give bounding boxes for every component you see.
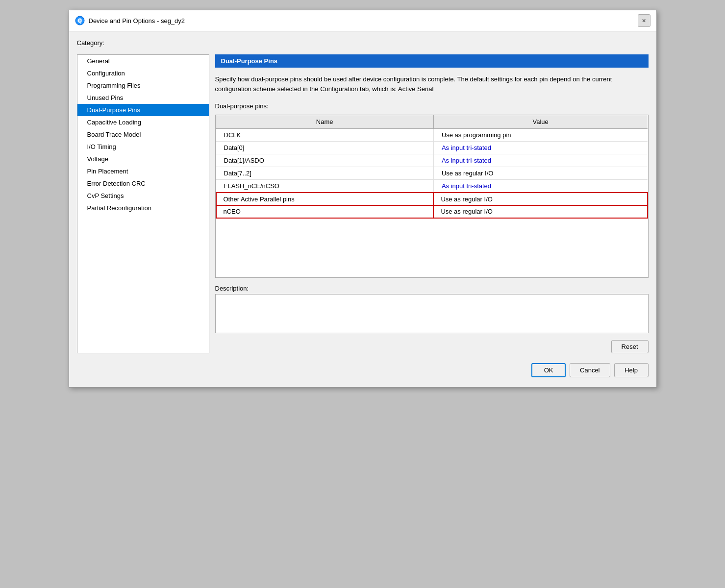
sidebar-item-configuration[interactable]: Configuration <box>77 67 209 79</box>
table-row[interactable]: Data[1]/ASDOAs input tri-stated <box>216 154 648 167</box>
title-bar-left: Q Device and Pin Options - seg_dy2 <box>75 16 185 25</box>
cancel-button[interactable]: Cancel <box>570 363 610 377</box>
sidebar-item-voltage[interactable]: Voltage <box>77 153 209 165</box>
pin-value-cell: Use as programming pin <box>433 129 647 142</box>
table-row[interactable]: Data[0]As input tri-stated <box>216 142 648 154</box>
title-bar: Q Device and Pin Options - seg_dy2 × <box>69 10 656 31</box>
pin-name-cell: DCLK <box>216 129 434 142</box>
sidebar-item-general[interactable]: General <box>77 55 209 67</box>
table-row[interactable]: Data[7..2]Use as regular I/O <box>216 167 648 180</box>
pin-value-cell: As input tri-stated <box>433 180 647 193</box>
sidebar-item-dual-purpose-pins[interactable]: Dual-Purpose Pins <box>77 104 209 116</box>
pins-table-container: Name Value DCLKUse as programming pinDat… <box>215 115 649 278</box>
dialog-window: Q Device and Pin Options - seg_dy2 × Cat… <box>69 10 657 388</box>
pin-name-cell: nCEO <box>216 205 434 218</box>
sidebar-item-io-timing[interactable]: I/O Timing <box>77 141 209 153</box>
pin-name-cell: FLASH_nCE/nCSO <box>216 180 434 193</box>
sidebar-item-programming-files[interactable]: Programming Files <box>77 79 209 92</box>
description-section: Description: <box>215 285 649 333</box>
table-row[interactable]: DCLKUse as programming pin <box>216 129 648 142</box>
reset-button[interactable]: Reset <box>611 340 649 353</box>
dialog-title: Device and Pin Options - seg_dy2 <box>89 17 185 24</box>
reset-area: Reset <box>215 340 649 353</box>
sidebar-item-board-trace-model[interactable]: Board Trace Model <box>77 128 209 141</box>
pin-name-cell: Other Active Parallel pins <box>216 193 434 205</box>
col-value-header: Value <box>433 115 647 129</box>
pin-value-cell: Use as regular I/O <box>433 205 647 218</box>
pin-name-cell: Data[7..2] <box>216 167 434 180</box>
close-button[interactable]: × <box>638 14 650 27</box>
sidebar-item-unused-pins[interactable]: Unused Pins <box>77 92 209 104</box>
description-text: Specify how dual-purpose pins should be … <box>215 73 649 96</box>
pin-name-cell: Data[0] <box>216 142 434 154</box>
section-header: Dual-Purpose Pins <box>215 54 649 68</box>
content-panel: Dual-Purpose Pins Specify how dual-purpo… <box>215 54 649 353</box>
pin-name-cell: Data[1]/ASDO <box>216 154 434 167</box>
sidebar-item-capacitive-loading[interactable]: Capacitive Loading <box>77 116 209 128</box>
col-name-header: Name <box>216 115 434 129</box>
sidebar-item-cvp-settings[interactable]: CvP Settings <box>77 190 209 202</box>
sidebar-item-pin-placement[interactable]: Pin Placement <box>77 165 209 177</box>
category-label: Category: <box>77 39 649 47</box>
sidebar: GeneralConfigurationProgramming FilesUnu… <box>77 54 209 353</box>
ok-button[interactable]: OK <box>531 363 566 377</box>
bottom-buttons: OK Cancel Help <box>77 359 649 379</box>
sidebar-item-error-detection-crc[interactable]: Error Detection CRC <box>77 177 209 190</box>
pins-label: Dual-purpose pins: <box>215 102 649 110</box>
table-empty-space <box>216 219 648 277</box>
table-row[interactable]: nCEOUse as regular I/O <box>216 205 648 218</box>
table-row[interactable]: Other Active Parallel pinsUse as regular… <box>216 193 648 205</box>
help-button[interactable]: Help <box>614 363 649 377</box>
sidebar-item-partial-reconfiguration[interactable]: Partial Reconfiguration <box>77 202 209 214</box>
description-label: Description: <box>215 285 649 292</box>
main-content: GeneralConfigurationProgramming FilesUnu… <box>77 54 649 353</box>
dialog-body: Category: GeneralConfigurationProgrammin… <box>69 31 656 387</box>
pin-value-cell: Use as regular I/O <box>433 167 647 180</box>
pin-value-cell: Use as regular I/O <box>433 193 647 205</box>
pin-value-cell: As input tri-stated <box>433 142 647 154</box>
table-row[interactable]: FLASH_nCE/nCSOAs input tri-stated <box>216 180 648 193</box>
svg-text:Q: Q <box>78 18 82 24</box>
pins-table: Name Value DCLKUse as programming pinDat… <box>216 115 648 219</box>
app-icon: Q <box>75 16 85 25</box>
table-header-row: Name Value <box>216 115 648 129</box>
pin-value-cell: As input tri-stated <box>433 154 647 167</box>
description-input <box>215 294 649 333</box>
